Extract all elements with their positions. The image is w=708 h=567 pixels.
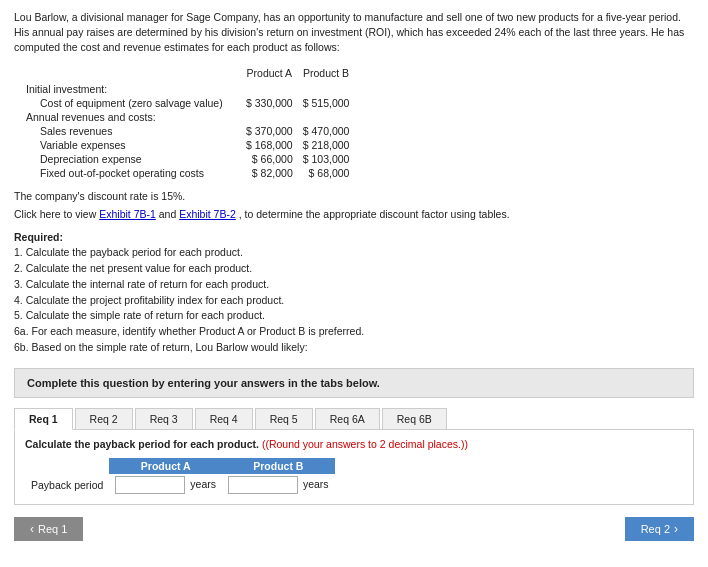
input-label-col	[25, 458, 109, 474]
tab-req6b[interactable]: Req 6B	[382, 408, 447, 429]
next-button-label: Req 2	[641, 523, 670, 535]
payback-input-table: Product A Product B Payback period years…	[25, 458, 335, 496]
table-row-b: $ 218,000	[301, 138, 358, 152]
intro-paragraph: Lou Barlow, a divisional manager for Sag…	[14, 10, 694, 56]
nav-buttons: ‹ Req 1 Req 2 ›	[14, 517, 694, 541]
required-item: 1. Calculate the payback period for each…	[14, 245, 694, 261]
tab-content: Calculate the payback period for each pr…	[14, 430, 694, 505]
next-button[interactable]: Req 2 ›	[625, 517, 694, 541]
payback-a-unit: years	[190, 478, 216, 490]
table-row-b: $ 515,000	[301, 96, 358, 110]
table-row-label: Cost of equipment (zero salvage value)	[24, 96, 244, 110]
discount-rate-text: The company's discount rate is 15%.	[14, 190, 694, 202]
complete-box: Complete this question by entering your …	[14, 368, 694, 398]
payback-a-input[interactable]	[115, 476, 185, 494]
table-row-label: Sales revenues	[24, 124, 244, 138]
prev-arrow-icon: ‹	[30, 522, 34, 536]
tab-instruction-suffix: ((Round your answers to 2 decimal places…	[262, 438, 468, 450]
payback-label: Payback period	[25, 474, 109, 496]
click-here-text: Click here to view	[14, 208, 96, 220]
table-row-label: Depreciation expense	[24, 152, 244, 166]
exhibit1-link[interactable]: Exhibit 7B-1	[99, 208, 156, 220]
table-row-label: Initial investment:	[24, 82, 244, 96]
tab-instruction-main: Calculate the payback period for each pr…	[25, 438, 259, 450]
col-a-header: Product A	[244, 66, 301, 82]
table-row-label: Fixed out-of-pocket operating costs	[24, 166, 244, 180]
payback-b-input[interactable]	[228, 476, 298, 494]
col-b-header: Product B	[301, 66, 358, 82]
required-item: 6a. For each measure, identify whether P…	[14, 324, 694, 340]
table-row-a	[244, 82, 301, 96]
exhibit2-link[interactable]: Exhibit 7B-2	[179, 208, 236, 220]
table-row-b: $ 470,000	[301, 124, 358, 138]
product-b-header: Product B	[222, 458, 335, 474]
product-a-header: Product A	[109, 458, 222, 474]
payback-b-cell: years	[222, 474, 335, 496]
table-row-a: $ 168,000	[244, 138, 301, 152]
required-item: 3. Calculate the internal rate of return…	[14, 277, 694, 293]
table-row-label: Annual revenues and costs:	[24, 110, 244, 124]
tab-req3[interactable]: Req 3	[135, 408, 193, 429]
table-row-a: $ 82,000	[244, 166, 301, 180]
tab-instruction: Calculate the payback period for each pr…	[25, 438, 683, 450]
tab-req6a[interactable]: Req 6A	[315, 408, 380, 429]
required-item: 2. Calculate the net present value for e…	[14, 261, 694, 277]
payback-row: Payback period years years	[25, 474, 335, 496]
table-row-b	[301, 82, 358, 96]
required-item: 4. Calculate the project profitability i…	[14, 293, 694, 309]
table-row-label: Variable expenses	[24, 138, 244, 152]
tab-req5[interactable]: Req 5	[255, 408, 313, 429]
exhibit-link-text: Click here to view Exhibit 7B-1 and Exhi…	[14, 208, 694, 220]
payback-b-unit: years	[303, 478, 329, 490]
table-row-a: $ 330,000	[244, 96, 301, 110]
next-arrow-icon: ›	[674, 522, 678, 536]
tab-req4[interactable]: Req 4	[195, 408, 253, 429]
required-item: 5. Calculate the simple rate of return f…	[14, 308, 694, 324]
table-row-b	[301, 110, 358, 124]
required-heading: Required:	[14, 230, 694, 246]
tab-req2[interactable]: Req 2	[75, 408, 133, 429]
required-section: Required: 1. Calculate the payback perio…	[14, 230, 694, 356]
required-item: 6b. Based on the simple rate of return, …	[14, 340, 694, 356]
tabs-row: Req 1Req 2Req 3Req 4Req 5Req 6AReq 6B	[14, 408, 694, 430]
table-row-a	[244, 110, 301, 124]
prev-button-label: Req 1	[38, 523, 67, 535]
table-row-b: $ 103,000	[301, 152, 358, 166]
table-row-a: $ 370,000	[244, 124, 301, 138]
table-row-a: $ 66,000	[244, 152, 301, 166]
prev-button[interactable]: ‹ Req 1	[14, 517, 83, 541]
cost-revenue-table: Product A Product B Initial investment:C…	[24, 66, 357, 180]
payback-a-cell: years	[109, 474, 222, 496]
exhibit-suffix-text: , to determine the appropriate discount …	[239, 208, 510, 220]
tab-req1[interactable]: Req 1	[14, 408, 73, 430]
table-row-b: $ 68,000	[301, 166, 358, 180]
